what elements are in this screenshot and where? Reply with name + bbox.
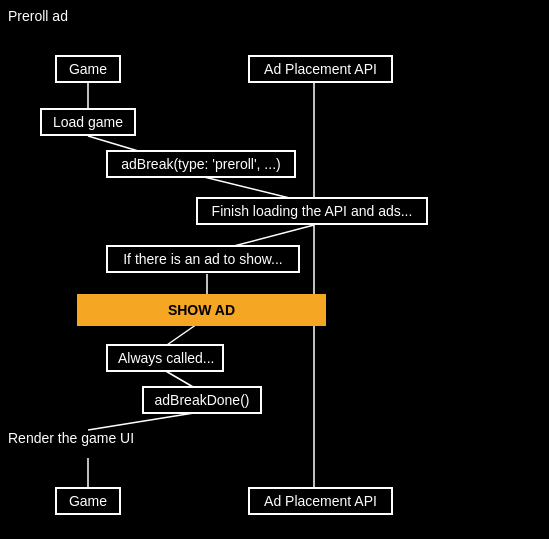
ad-placement-api-box-2: Ad Placement API bbox=[248, 487, 393, 515]
if-there-is-ad-box: If there is an ad to show... bbox=[106, 245, 300, 273]
svg-line-7 bbox=[88, 412, 200, 430]
game-box-2: Game bbox=[55, 487, 121, 515]
load-game-box: Load game bbox=[40, 108, 136, 136]
ad-break-box: adBreak(type: 'preroll', ...) bbox=[106, 150, 296, 178]
render-game-ui-label: Render the game UI bbox=[8, 430, 134, 446]
show-ad-box: SHOW AD bbox=[77, 294, 326, 326]
ad-placement-api-box-1: Ad Placement API bbox=[248, 55, 393, 83]
preroll-ad-label: Preroll ad bbox=[8, 8, 68, 24]
ad-break-done-box: adBreakDone() bbox=[142, 386, 262, 414]
finish-loading-box: Finish loading the API and ads... bbox=[196, 197, 428, 225]
always-called-box: Always called... bbox=[106, 344, 224, 372]
game-box-1: Game bbox=[55, 55, 121, 83]
